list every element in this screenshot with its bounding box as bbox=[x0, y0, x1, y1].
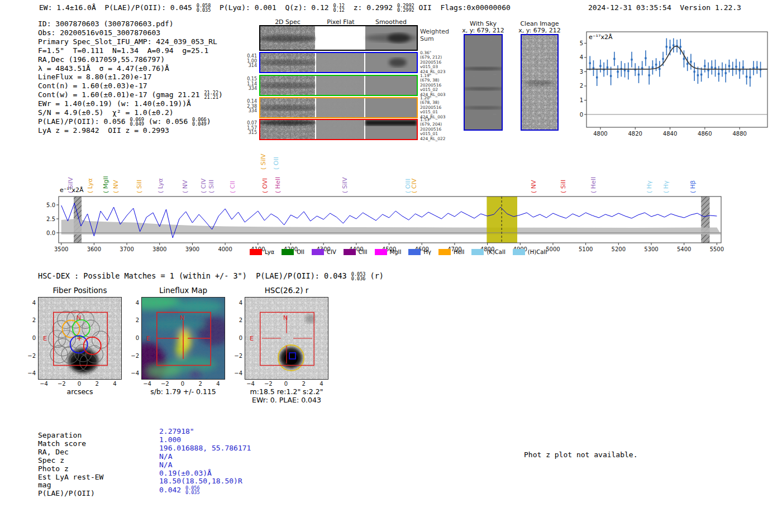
detection-info-block: ID: 3007870603 (3007870603.pdf)Obs: 2020… bbox=[38, 20, 223, 135]
spectral-line-labels-layer: ( SiIV( Lyα( MgII( NV( SiII( Lyα( NV( CI… bbox=[42, 144, 732, 194]
fiber-positions-image: N E bbox=[39, 298, 121, 379]
line-label-siiv: ( SiIV bbox=[341, 177, 349, 193]
line-label-hγ: ( Hγ bbox=[646, 180, 653, 193]
stacked-value: 21.2221.21 bbox=[204, 90, 218, 99]
legend-item-ciii: CIII bbox=[344, 249, 368, 255]
lineflux-caption: s/b: 1.79 +/- 0.115 bbox=[150, 387, 216, 396]
match-value: 0.19(±0.03)Å bbox=[159, 469, 251, 478]
match-table-labels: SeparationMatch scoreRA, DecSpec zPhoto … bbox=[38, 432, 103, 498]
hsc-image: N E bbox=[245, 298, 328, 379]
cutout-ytick: 4 bbox=[25, 300, 36, 306]
svg-text:4820: 4820 bbox=[628, 131, 642, 137]
legend-item-mgii: MgII bbox=[375, 249, 402, 255]
info-line: Primary Spec_Slot_IFU_AMP: 424_039_053_R… bbox=[38, 37, 223, 46]
legend-swatch bbox=[344, 249, 356, 255]
match-label: Est LyA rest-EW bbox=[38, 473, 103, 482]
svg-text:4000: 4000 bbox=[218, 246, 232, 252]
svg-text:5300: 5300 bbox=[644, 246, 658, 252]
lineflux-map-image: N E bbox=[142, 298, 225, 379]
spec2d-row-weights: 0.151.14334 bbox=[245, 77, 257, 92]
legend-swatch bbox=[438, 249, 451, 255]
lineflux-map-panel: N E bbox=[141, 297, 225, 380]
cutout-xtick: −4 bbox=[39, 381, 50, 387]
stacked-value: 0.0660.049 bbox=[192, 117, 207, 126]
line-label-cii: ( CII bbox=[229, 181, 236, 193]
cutout-xtick: 2 bbox=[92, 381, 103, 387]
svg-text:0.0: 0.0 bbox=[46, 230, 55, 236]
svg-text:0: 0 bbox=[580, 112, 583, 118]
compass-n: N bbox=[283, 314, 288, 322]
compass-e: E bbox=[250, 335, 254, 342]
cutout-ytick: 0 bbox=[25, 335, 36, 341]
svg-text:3: 3 bbox=[580, 69, 583, 75]
cutout-xtick: −4 bbox=[245, 381, 256, 387]
cutout-ytick: −4 bbox=[128, 370, 139, 376]
match-label: P(LAE)/P(OII) bbox=[38, 490, 103, 498]
legend-swatch bbox=[250, 249, 262, 255]
legend-item-hγ: Hγ bbox=[408, 249, 431, 255]
svg-text:4860: 4860 bbox=[698, 131, 712, 137]
legend-item-heii: HeII bbox=[438, 249, 465, 255]
spec2d-row-annotation: 1.20"(678, 38)20200516v015_01424_RL_003 bbox=[420, 96, 456, 119]
svg-text:4880: 4880 bbox=[732, 131, 746, 137]
svg-text:5500: 5500 bbox=[710, 246, 724, 252]
svg-text:4: 4 bbox=[580, 54, 583, 60]
cutout-title-hsc: HSC(26.2) r bbox=[265, 286, 309, 295]
legend-swatch bbox=[312, 249, 324, 255]
legend-swatch bbox=[282, 249, 294, 255]
svg-text:5: 5 bbox=[580, 40, 583, 46]
cutout-xtick: −2 bbox=[263, 381, 274, 387]
stacked-value: 0.0580.035 bbox=[197, 3, 211, 12]
compass-e: E bbox=[43, 335, 47, 342]
stacked-value: 0.0530.036 bbox=[351, 272, 366, 281]
info-line: Cont(w) = 1.60(±0.01)e-17 (gmag 21.21 21… bbox=[38, 90, 223, 99]
legend-item-oii: OII bbox=[282, 249, 304, 255]
hsc-dex-title: HSC-DEX : Possible Matches = 1 (within +… bbox=[38, 271, 384, 281]
line-label-civ: ( CIV bbox=[200, 179, 207, 193]
hsc-image-panel: N E bbox=[245, 297, 328, 380]
svg-text:5200: 5200 bbox=[612, 246, 626, 252]
svg-text:3800: 3800 bbox=[152, 246, 166, 252]
line-label-mgii: ( MgII bbox=[102, 176, 109, 193]
legend-item-lyα: Lyα bbox=[250, 249, 274, 255]
cutout-title-fibers: Fiber Positions bbox=[53, 286, 107, 295]
stacked-value: 0.29920.2992 bbox=[397, 3, 414, 12]
match-label: Spec z bbox=[38, 457, 103, 465]
stacked-value: 0.0690.049 bbox=[130, 117, 144, 126]
hsc-caption-1: m:18.5 re:1.2" s:2.2" bbox=[250, 387, 323, 396]
elixer-report-page: EW: 1.4±16.0Å P(LAE)/P(OII): 0.045 0.058… bbox=[0, 0, 782, 532]
spectrum-legend: LyαOIICIVCIIIMgIIHγHeII(K)CaII(H)CaII bbox=[250, 249, 547, 255]
spec2d-row-annotation: 1.19"(679, 38)20200516v015_02424_RL_003 bbox=[420, 74, 456, 97]
line-label-nv: ( NV bbox=[530, 180, 537, 193]
info-line: S/N = 4.9(±0.5) χ² = 1.0(±0.2) bbox=[38, 108, 223, 117]
legend-swatch bbox=[471, 249, 484, 255]
cutout-ytick: 0 bbox=[231, 335, 242, 341]
cutout-ytick: −4 bbox=[231, 370, 242, 376]
cutout-xtick: 0 bbox=[280, 381, 292, 387]
cutout-xtick: 0 bbox=[74, 381, 85, 387]
svg-text:5100: 5100 bbox=[579, 246, 593, 252]
info-line: Cont(n) = 1.60(±0.03)e-17 bbox=[38, 82, 223, 90]
match-label: Match score bbox=[38, 440, 103, 448]
cutout-xtick: 2 bbox=[195, 381, 206, 387]
phot-z-note: Phot z plot not available. bbox=[524, 451, 638, 459]
cutout-xtick: 4 bbox=[212, 381, 223, 387]
cutout-ytick: 2 bbox=[25, 317, 36, 323]
info-line: λ = 4843.51Å σ = 4.47(±0.76)Å bbox=[38, 64, 223, 73]
match-table-values: 2.27918"1.000196.016888, 55.786171N/AN/A… bbox=[159, 428, 251, 495]
compass-e: E bbox=[146, 335, 150, 342]
spec2d-row-weights: 0.142.38334 bbox=[245, 99, 257, 114]
svg-text:2: 2 bbox=[580, 83, 583, 89]
cutout-ytick: −2 bbox=[128, 353, 139, 359]
line-label-heii: ( HeII bbox=[274, 177, 282, 193]
cutout-ytick: 2 bbox=[128, 317, 139, 323]
match-label: Separation bbox=[38, 432, 103, 440]
legend-item-(k)caii: (K)CaII bbox=[471, 249, 505, 255]
match-value: 0.042 0.0560.035 bbox=[159, 486, 251, 495]
info-line: Obs: 20200516v015_3007870603 bbox=[38, 28, 223, 37]
cutout-xtick: 4 bbox=[109, 381, 120, 387]
svg-text:1: 1 bbox=[580, 97, 583, 103]
spec2d-row-weights: 0.071.57315 bbox=[245, 121, 257, 136]
info-line: P(LAE)/P(OII): 0.056 0.0690.049 (w: 0.05… bbox=[38, 117, 223, 126]
svg-text:2.5: 2.5 bbox=[46, 216, 55, 222]
